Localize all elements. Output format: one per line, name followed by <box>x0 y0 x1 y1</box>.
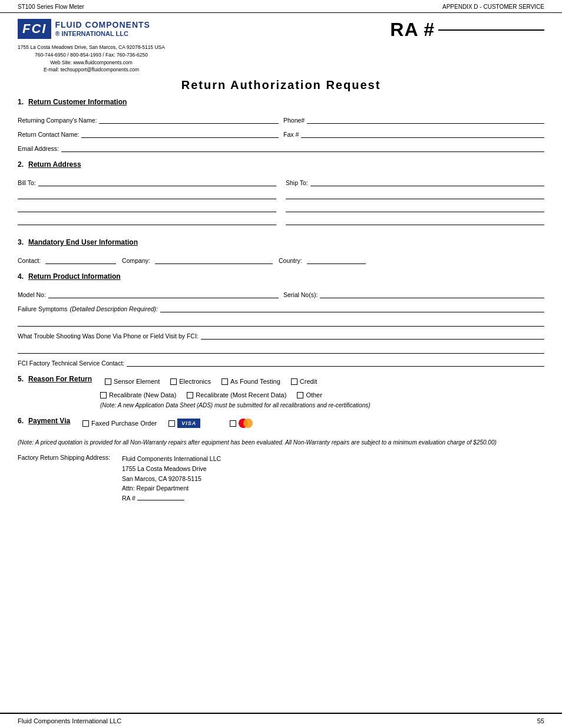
company-line <box>99 116 279 124</box>
bill-label: Bill To: <box>18 179 36 186</box>
fpo-checkbox[interactable] <box>82 420 89 427</box>
logo-address: 1755 La Costa Meadows Drive, San Marcos,… <box>18 44 165 74</box>
section-3: 3. Mandatory End User Information Contac… <box>18 238 544 264</box>
bill-first-row: Bill To: <box>18 178 276 186</box>
section-5: 5. Reason For Return Sensor Element Elec… <box>18 375 544 409</box>
sensor-element-checkbox[interactable] <box>105 378 111 385</box>
logo-fluid: FLUID COMPONENTS <box>55 20 150 30</box>
company-label: Returning Company's Name: <box>18 117 97 124</box>
recalibrate-new-option: Recalibrate (New Data) <box>100 391 176 398</box>
ra-block: RA # <box>390 19 544 41</box>
trouble-line-2 <box>18 345 544 354</box>
model-serial-row: Model No: Serial No(s): <box>18 290 544 298</box>
fci-contact-label: FCI Factory Technical Service Contact: <box>18 360 124 367</box>
footer-left: Fluid Components International LLC <box>18 717 121 724</box>
eu-country-field: Country: <box>279 256 366 264</box>
ra-label: RA # <box>390 19 435 41</box>
failure-field: Failure Symptoms (Detailed Description R… <box>18 304 544 312</box>
fci-letters: FCI <box>18 19 51 39</box>
fpo-option: Faxed Purchase Order <box>82 420 157 427</box>
failure-line <box>160 304 544 312</box>
eu-country-label: Country: <box>279 257 302 264</box>
company-phone-row: Returning Company's Name: Phone# <box>18 116 544 124</box>
recalibrate-recent-option: Recalibrate (Most Recent Data) <box>187 391 286 398</box>
phone-field: Phone# <box>283 116 544 124</box>
recalibrate-new-label: Recalibrate (New Data) <box>109 391 176 398</box>
recalibrate-new-checkbox[interactable] <box>100 392 107 398</box>
section-1-number: 1. <box>18 98 24 106</box>
mastercard-checkbox[interactable] <box>230 420 236 427</box>
payment-row: 6. Payment Via Faxed Purchase Order VISA <box>18 417 544 430</box>
as-found-label: As Found Testing <box>230 378 280 385</box>
ship-line-3 <box>286 204 544 212</box>
section-3-number: 3. <box>18 238 24 246</box>
section-1-heading: Return Customer Information <box>28 98 127 106</box>
section-5-heading: Reason For Return <box>28 375 92 383</box>
eu-country-line <box>307 256 366 264</box>
failure-line-2 <box>18 318 544 327</box>
electronics-option: Electronics <box>170 378 211 385</box>
visa-checkbox[interactable] <box>168 420 175 427</box>
bill-line-3 <box>18 204 276 212</box>
other-label: Other <box>306 391 322 398</box>
email-row: Email Address: <box>18 144 544 152</box>
electronics-checkbox[interactable] <box>170 378 177 385</box>
eu-company-label: Company: <box>122 257 150 264</box>
fax-label: Fax # <box>283 131 299 138</box>
section-3-heading: Mandatory End User Information <box>28 238 138 246</box>
logo-block: FCI FLUID COMPONENTS ® INTERNATIONAL LLC… <box>18 19 165 74</box>
bill-line-4 <box>18 217 276 225</box>
trouble-row: What Trouble Shooting Was Done Via Phone… <box>18 331 544 340</box>
section-2-number: 2. <box>18 160 24 169</box>
ship-label: Ship To: <box>286 179 308 186</box>
top-bar-right: APPENDIX D - CUSTOMER SERVICE <box>442 4 544 10</box>
header-section: FCI FLUID COMPONENTS ® INTERNATIONAL LLC… <box>0 13 562 74</box>
section-4-heading: Return Product Information <box>28 272 121 281</box>
recalibrate-recent-label: Recalibrate (Most Recent Data) <box>196 391 286 398</box>
section-4-number: 4. <box>18 272 24 281</box>
section-1: 1. Return Customer Information Returning… <box>18 98 544 152</box>
as-found-option: As Found Testing <box>222 378 280 385</box>
trouble-label: What Trouble Shooting Was Done Via Phone… <box>18 332 199 340</box>
credit-checkbox[interactable] <box>291 378 297 385</box>
email-label: Email Address: <box>18 145 59 152</box>
ship-col: Ship To: <box>286 178 544 230</box>
contact-name-field: Return Contact Name: <box>18 130 279 138</box>
factory-ra-line <box>137 500 184 500</box>
recalibration-note: (Note: A new Application Data Sheet (ADS… <box>100 402 544 409</box>
contact-name-line <box>81 130 279 138</box>
logo-text-right: FLUID COMPONENTS ® INTERNATIONAL LLC <box>55 20 150 38</box>
other-checkbox[interactable] <box>297 392 303 398</box>
section-4: 4. Return Product Information Model No: … <box>18 272 544 367</box>
logo-components: ® INTERNATIONAL LLC <box>55 30 150 38</box>
reason-row-2: Recalibrate (New Data) Recalibrate (Most… <box>100 391 544 398</box>
section-6: 6. Payment Via Faxed Purchase Order VISA <box>18 417 544 430</box>
serial-line <box>320 290 544 298</box>
factory-label: Factory Return Shipping Address: <box>18 454 110 503</box>
eu-company-line <box>155 256 273 264</box>
model-label: Model No: <box>18 291 46 298</box>
mastercard-option <box>230 418 255 429</box>
serial-label: Serial No(s): <box>283 291 318 298</box>
page: ST100 Series Flow Meter APPENDIX D - CUS… <box>0 0 562 728</box>
section-1-header: 1. Return Customer Information <box>18 98 544 111</box>
bill-ship-row: Bill To: Ship To: <box>18 178 544 230</box>
mastercard-badge <box>239 418 255 429</box>
fax-line <box>301 130 544 138</box>
bill-col: Bill To: <box>18 178 276 230</box>
visa-badge: VISA <box>177 419 200 428</box>
sensor-element-option: Sensor Element <box>105 378 160 385</box>
fci-contact-row: FCI Factory Technical Service Contact: <box>18 358 544 367</box>
visa-option: VISA <box>168 419 200 428</box>
as-found-checkbox[interactable] <box>222 378 228 385</box>
factory-addr-text: Fluid Components International LLC 1755 … <box>122 454 221 503</box>
ship-first-row: Ship To: <box>286 178 544 186</box>
footer-bar: Fluid Components International LLC 55 <box>0 713 562 728</box>
section-3-header: 3. Mandatory End User Information <box>18 238 544 251</box>
content: 1. Return Customer Information Returning… <box>0 98 562 713</box>
bill-line-1 <box>38 178 276 186</box>
factory-addr-row: Factory Return Shipping Address: Fluid C… <box>18 454 544 503</box>
recalibrate-recent-checkbox[interactable] <box>187 392 193 398</box>
credit-option: Credit <box>291 378 317 385</box>
top-bar-left: ST100 Series Flow Meter <box>18 4 84 10</box>
